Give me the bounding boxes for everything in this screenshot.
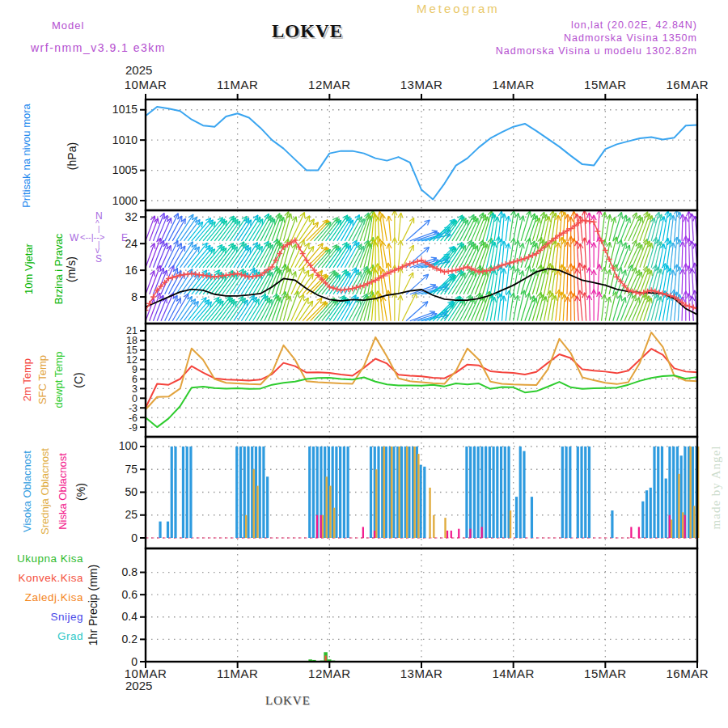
ytick-cloudiness: 75 xyxy=(125,463,138,476)
ytick-wind: 32 xyxy=(125,210,138,223)
day-label-bottom: 16MAR xyxy=(666,667,709,680)
day-label-top: 15MAR xyxy=(584,78,627,91)
ytick-wind: 16 xyxy=(125,264,138,277)
ytick-pressure: 1015 xyxy=(112,103,138,116)
ytick-temperature: 15 xyxy=(126,345,138,356)
day-label-bottom: 15MAR xyxy=(584,667,627,680)
day-label-bottom: 13MAR xyxy=(400,667,443,680)
ytick-pressure: 1000 xyxy=(112,194,138,207)
ytick-temperature: -6 xyxy=(129,413,138,424)
day-label-top: 11MAR xyxy=(217,78,258,91)
ytick-pressure: 1005 xyxy=(112,163,138,176)
ytick-precipitation: 0.4 xyxy=(122,610,138,623)
ytick-precipitation: 0.6 xyxy=(122,588,138,601)
ytick-temperature: 18 xyxy=(126,335,138,346)
ytick-wind: 24 xyxy=(125,237,138,250)
cloud-bars-0 xyxy=(159,447,697,538)
day-label-bottom: 14MAR xyxy=(492,667,535,680)
ytick-temperature: 21 xyxy=(126,325,138,336)
day-label-top: 13MAR xyxy=(400,78,443,91)
meteogram-page: Meteogram Model wrf-nmm_v3.9.1 e3km LOKV… xyxy=(0,0,728,728)
precip-bars-0 xyxy=(308,652,335,662)
day-label-bottom: 11MAR xyxy=(217,667,258,680)
day-label-top: 10MAR xyxy=(125,78,167,91)
day-label-top: 14MAR xyxy=(492,78,535,91)
ytick-cloudiness: 25 xyxy=(125,508,138,521)
day-label-top: 16MAR xyxy=(666,78,709,91)
day-label-bottom: 10MAR xyxy=(125,667,167,680)
day-label-top: 12MAR xyxy=(308,78,351,91)
ytick-temperature: -9 xyxy=(129,422,138,434)
ytick-precipitation: 0.2 xyxy=(122,633,138,645)
ytick-temperature: 9 xyxy=(132,364,138,375)
ytick-precipitation: 0.8 xyxy=(122,565,138,578)
ytick-temperature: -3 xyxy=(129,403,138,414)
ytick-cloudiness: 50 xyxy=(125,485,138,498)
ytick-pressure: 1010 xyxy=(112,133,138,146)
ytick-wind: 8 xyxy=(131,290,138,303)
ytick-temperature: 3 xyxy=(132,383,138,395)
ytick-temperature: 0 xyxy=(132,393,138,404)
ytick-temperature: 6 xyxy=(132,374,138,385)
wind-arrows xyxy=(146,210,698,321)
day-label-bottom: 12MAR xyxy=(308,667,351,680)
ytick-cloudiness: 100 xyxy=(119,439,138,452)
ytick-cloudiness: 0 xyxy=(131,531,138,544)
meteogram-chart: 10001005101010158162432-9-6-303691215182… xyxy=(0,0,728,728)
